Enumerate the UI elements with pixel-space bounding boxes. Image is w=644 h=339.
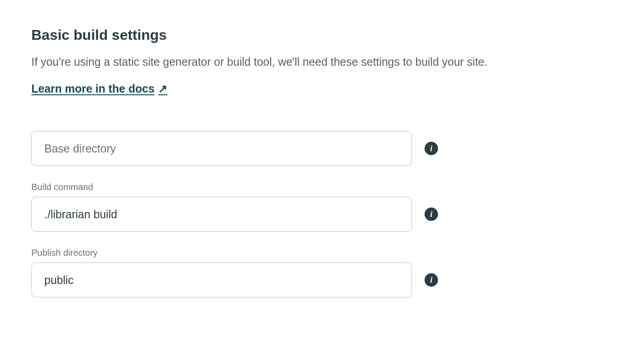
- base-directory-group: i: [31, 131, 613, 166]
- build-settings-form: i Build command i Publish directory i: [31, 131, 613, 297]
- section-description: If you're using a static site generator …: [31, 54, 613, 70]
- section-title: Basic build settings: [31, 27, 613, 43]
- docs-link[interactable]: Learn more in the docs ↗: [31, 82, 167, 95]
- publish-directory-group: Publish directory i: [31, 248, 613, 297]
- publish-directory-input[interactable]: [31, 263, 412, 297]
- info-icon[interactable]: i: [425, 142, 438, 155]
- info-icon[interactable]: i: [425, 273, 438, 287]
- external-link-icon: ↗: [158, 82, 167, 95]
- publish-directory-label: Publish directory: [31, 248, 613, 258]
- docs-link-text: Learn more in the docs: [31, 82, 155, 95]
- build-command-label: Build command: [31, 182, 613, 192]
- build-command-group: Build command i: [31, 182, 613, 232]
- info-icon[interactable]: i: [425, 208, 438, 221]
- build-command-input[interactable]: [31, 197, 412, 232]
- base-directory-input[interactable]: [31, 131, 412, 166]
